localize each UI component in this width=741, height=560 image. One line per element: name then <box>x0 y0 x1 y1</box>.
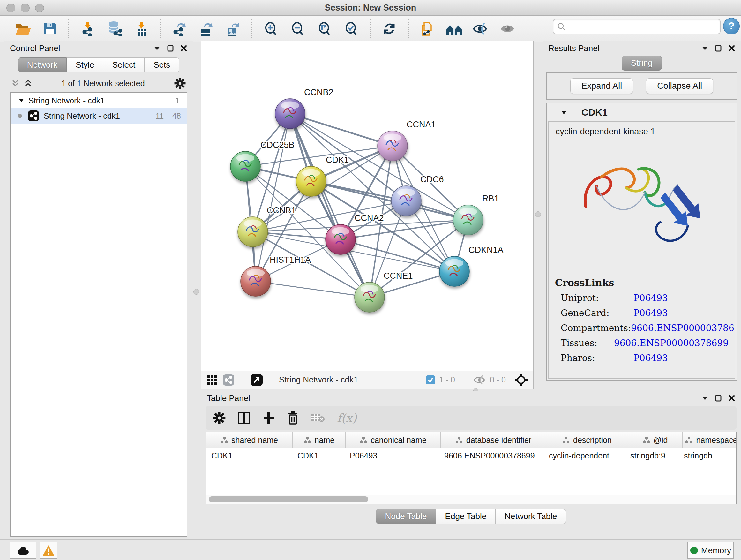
table-settings-gear-icon[interactable] <box>212 411 226 425</box>
warning-button[interactable] <box>40 542 57 559</box>
right-divider-handle[interactable] <box>535 211 541 217</box>
new-network-from-selection-icon[interactable] <box>418 19 436 38</box>
expand-collapse-box: Expand All Collapse All <box>546 72 737 100</box>
import-network-from-database-icon[interactable] <box>106 19 124 38</box>
tab-style[interactable]: Style <box>67 57 104 72</box>
table-horizontal-scrollbar[interactable] <box>206 495 736 504</box>
network-node-CCNE1[interactable]: CCNE1 <box>354 271 413 312</box>
grid-view-icon[interactable] <box>206 374 217 385</box>
export-network-icon[interactable] <box>171 19 188 38</box>
crosslink-link[interactable]: 9606.ENSP00000378699 <box>631 323 735 333</box>
column-header-canonical-name[interactable]: canonical name <box>346 432 441 448</box>
network-node-CCNB1[interactable]: CCNB1 <box>238 206 296 247</box>
panel-menu-icon[interactable] <box>153 46 160 51</box>
hide-selected-eye-slash-icon[interactable] <box>472 19 490 38</box>
delete-table-icon[interactable] <box>311 412 326 424</box>
crosslink-link[interactable]: P06493 <box>633 353 668 363</box>
network-options-gear-icon[interactable] <box>174 77 186 89</box>
crosslink-link[interactable]: 9606.ENSP00000378699 <box>614 338 729 348</box>
zoom-fit-icon[interactable] <box>316 19 333 38</box>
expand-all-button[interactable]: Expand All <box>570 78 633 94</box>
tab-network-table[interactable]: Network Table <box>495 509 566 524</box>
function-builder-button[interactable]: f(x) <box>337 412 357 425</box>
network-collection-row[interactable]: String Network - cdk1 1 <box>10 93 187 108</box>
tab-string[interactable]: String <box>622 56 662 71</box>
save-session-icon[interactable] <box>41 19 59 38</box>
close-panel-icon[interactable] <box>728 45 735 52</box>
tab-edge-table[interactable]: Edge Table <box>436 509 496 524</box>
crosslink-link[interactable]: P06493 <box>633 293 668 303</box>
card-expander-icon[interactable] <box>561 111 567 115</box>
node-label-CCNE1: CCNE1 <box>384 271 413 281</box>
network-canvas[interactable]: CCNB2 CCNA1 CDC25B <box>201 41 533 370</box>
share-network-badge-icon[interactable] <box>222 374 234 386</box>
selected-count-checkbox-icon[interactable] <box>426 375 435 385</box>
import-network-from-file-icon[interactable] <box>79 19 97 38</box>
refresh-view-icon[interactable] <box>381 19 398 38</box>
zoom-out-icon[interactable] <box>289 19 307 38</box>
node-label-CCNB2: CCNB2 <box>304 87 333 97</box>
network-row-selected[interactable]: String Network - cdk1 11 48 <box>10 108 187 124</box>
scrollbar-thumb[interactable] <box>209 496 368 502</box>
toolbar-search[interactable] <box>553 19 721 34</box>
show-all-eye-icon[interactable] <box>499 19 517 38</box>
tab-node-table[interactable]: Node Table <box>376 509 436 524</box>
results-panel-header: Results Panel <box>542 41 741 56</box>
crosshair-icon[interactable] <box>514 373 528 387</box>
column-header-database-identifier[interactable]: database identifier <box>441 432 546 448</box>
table-row[interactable]: CDK1CDK1P064939606.ENSP00000378699cyclin… <box>206 448 736 463</box>
toolbar-separator <box>68 19 69 38</box>
import-table-from-file-icon[interactable] <box>132 19 150 38</box>
collapse-all-button[interactable]: Collapse All <box>646 78 713 94</box>
export-table-icon[interactable] <box>197 19 215 38</box>
column-header-name[interactable]: name <box>293 432 346 448</box>
tab-sets[interactable]: Sets <box>145 57 179 72</box>
node-result-header[interactable]: CDK1 <box>547 104 737 121</box>
column-header-label: description <box>573 435 612 445</box>
close-panel-icon[interactable] <box>180 45 187 52</box>
export-image-icon[interactable] <box>224 19 242 38</box>
cloud-status-button[interactable] <box>10 542 37 559</box>
birdseye-view-icon[interactable] <box>250 374 263 386</box>
column-header-@id[interactable]: @id <box>628 432 683 448</box>
network-node-HIST1H1A[interactable]: HIST1H1A <box>241 255 311 296</box>
open-file-icon[interactable] <box>14 19 32 38</box>
delete-column-icon[interactable] <box>286 411 299 425</box>
hidden-count-eye-icon[interactable] <box>473 375 486 385</box>
column-header-shared-name[interactable]: shared name <box>206 432 293 448</box>
hidden-count-badge: 0 - 0 <box>490 375 506 384</box>
tree-expander-icon[interactable] <box>19 99 24 103</box>
column-header-namespace[interactable]: namespace <box>683 432 737 448</box>
table-header-row: shared namenamecanonical namedatabase id… <box>206 432 736 448</box>
network-node-CDKN1A[interactable]: CDKN1A <box>440 245 503 287</box>
collapse-all-chevron-icon[interactable] <box>11 79 19 87</box>
expand-all-chevron-icon[interactable] <box>24 79 32 87</box>
toolbar-separator <box>370 19 371 38</box>
show-columns-icon[interactable] <box>238 411 251 425</box>
panel-menu-icon[interactable] <box>701 396 709 400</box>
float-panel-icon[interactable] <box>715 44 722 52</box>
float-panel-icon[interactable] <box>167 44 174 52</box>
column-header-description[interactable]: description <box>546 432 628 448</box>
zoom-selected-icon[interactable] <box>342 19 360 38</box>
first-neighbors-icon[interactable] <box>445 19 463 38</box>
help-button[interactable]: ? <box>723 18 740 35</box>
float-panel-icon[interactable] <box>715 394 722 402</box>
toolbar-separator <box>408 19 409 38</box>
search-input[interactable] <box>569 21 716 32</box>
crosslink-link[interactable]: P06493 <box>633 308 668 318</box>
tab-select[interactable]: Select <box>104 57 145 72</box>
panel-menu-icon[interactable] <box>701 46 709 51</box>
memory-button[interactable]: Memory <box>687 542 734 559</box>
tab-network[interactable]: Network <box>18 57 67 72</box>
network-view-toolbar: String Network - cdk1 1 - 0 0 - 0 <box>201 371 533 388</box>
left-divider-handle[interactable] <box>193 289 199 295</box>
zoom-in-icon[interactable] <box>262 19 280 38</box>
create-column-icon[interactable] <box>262 411 275 425</box>
table-panel-header: Table Panel <box>201 391 741 406</box>
close-panel-icon[interactable] <box>728 395 735 401</box>
network-node-RB1[interactable]: RB1 <box>453 194 499 235</box>
node-label-RB1: RB1 <box>482 194 499 203</box>
network-node-CCNA1[interactable]: CCNA1 <box>378 120 436 161</box>
status-bar: Memory <box>0 539 741 560</box>
